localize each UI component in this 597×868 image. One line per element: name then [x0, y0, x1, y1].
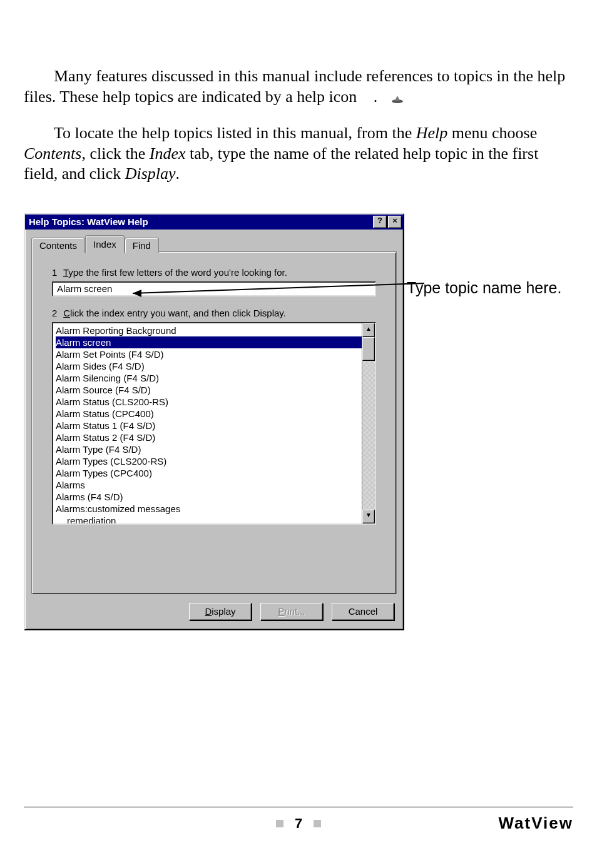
- paragraph-2: To locate the help topics listed in this…: [24, 123, 573, 184]
- p2-display: Display: [125, 164, 176, 183]
- print-button-hotkey: P: [278, 606, 284, 617]
- index-list-wrap: Alarm Reporting BackgroundAlarm screenAl…: [52, 322, 376, 525]
- tab-find[interactable]: Find: [125, 238, 159, 253]
- instruction-1-number: 1: [52, 267, 61, 278]
- p2-e: .: [176, 164, 180, 183]
- instruction-2-text: lick the index entry you want, and then …: [70, 308, 286, 318]
- index-listbox[interactable]: Alarm Reporting BackgroundAlarm screenAl…: [53, 323, 362, 523]
- list-item[interactable]: Alarms:customized messages: [56, 503, 362, 515]
- display-button-rest: isplay: [212, 606, 235, 617]
- listbox-scrollbar[interactable]: ▲ ▼: [362, 323, 375, 523]
- search-input[interactable]: [52, 281, 376, 296]
- paragraph-1-text-b: .: [374, 88, 378, 106]
- list-item[interactable]: Alarm Status 1 (F4 S/D): [56, 420, 362, 431]
- instruction-1: 1 Type the first few letters of the word…: [52, 267, 376, 278]
- paragraph-1: Many features discussed in this manual i…: [24, 66, 573, 107]
- instruction-2-number: 2: [52, 308, 61, 318]
- tab-pane-index: 1 Type the first few letters of the word…: [31, 251, 397, 594]
- footer-page-number: 7: [24, 815, 573, 832]
- footer-square-right-icon: [314, 820, 321, 827]
- list-item[interactable]: Alarm screen: [56, 336, 362, 348]
- tabs: Contents Index Find: [31, 235, 397, 253]
- p2-b: menu choose: [447, 124, 537, 142]
- list-item[interactable]: Alarm Types (CLS200-RS): [56, 455, 362, 467]
- footer-page: 7: [295, 815, 302, 831]
- titlebar-help-button[interactable]: ?: [373, 216, 387, 228]
- scroll-track[interactable]: [362, 337, 375, 510]
- list-item[interactable]: Alarms: [56, 479, 362, 491]
- p2-a: To locate the help topics listed in this…: [54, 124, 416, 142]
- list-item[interactable]: Alarm Reporting Background: [56, 325, 362, 336]
- tab-index[interactable]: Index: [85, 235, 125, 253]
- list-item[interactable]: Alarm Source (F4 S/D): [56, 384, 362, 396]
- scroll-thumb[interactable]: [362, 337, 375, 361]
- list-item[interactable]: Alarm Sides (F4 S/D): [56, 360, 362, 372]
- instruction-1-text: ype the first few letters of the word yo…: [68, 267, 287, 278]
- list-item[interactable]: Alarm Status 2 (F4 S/D): [56, 431, 362, 443]
- display-button[interactable]: Display: [189, 603, 252, 620]
- list-item[interactable]: Alarm Silencing (F4 S/D): [56, 372, 362, 384]
- instruction-1-hotkey: T: [63, 267, 68, 278]
- footer-rule: [24, 807, 573, 807]
- display-button-hotkey: D: [205, 606, 212, 617]
- dialog-button-row: Display Print... Cancel: [31, 603, 397, 620]
- page-footer: 7 WatView: [24, 807, 573, 833]
- p2-help: Help: [416, 124, 448, 142]
- instruction-2: 2 Click the index entry you want, and th…: [52, 308, 376, 318]
- scroll-down-button[interactable]: ▼: [362, 510, 375, 523]
- titlebar-close-button[interactable]: ×: [388, 216, 402, 228]
- list-item[interactable]: Alarm Type (F4 S/D): [56, 443, 362, 455]
- cancel-button[interactable]: Cancel: [332, 603, 394, 620]
- p2-contents: Contents: [24, 144, 81, 163]
- help-topics-dialog: Help Topics: WatView Help ? × Contents I…: [24, 213, 404, 630]
- scroll-up-button[interactable]: ▲: [362, 323, 375, 337]
- help-icon: [361, 88, 374, 97]
- list-item[interactable]: remediation: [56, 515, 362, 523]
- list-item[interactable]: Alarms (F4 S/D): [56, 491, 362, 503]
- dialog-title: Help Topics: WatView Help: [29, 216, 372, 227]
- list-item[interactable]: Alarm Set Points (F4 S/D): [56, 348, 362, 360]
- callout-label: Type topic name here.: [407, 278, 561, 298]
- list-item[interactable]: Alarm Status (CLS200-RS): [56, 396, 362, 408]
- p2-c: , click the: [81, 144, 149, 163]
- paragraph-1-text-a: Many features discussed in this manual i…: [24, 67, 565, 106]
- instruction-2-hotkey: C: [63, 308, 70, 318]
- dialog-titlebar[interactable]: Help Topics: WatView Help ? ×: [25, 214, 403, 230]
- list-item[interactable]: Alarm Types (CPC400): [56, 467, 362, 479]
- list-item[interactable]: Alarm Status (CPC400): [56, 408, 362, 420]
- print-button-rest: rint...: [284, 606, 305, 617]
- tab-contents[interactable]: Contents: [31, 238, 85, 253]
- p2-index: Index: [150, 144, 186, 163]
- print-button[interactable]: Print...: [260, 603, 323, 620]
- footer-square-left-icon: [276, 820, 283, 827]
